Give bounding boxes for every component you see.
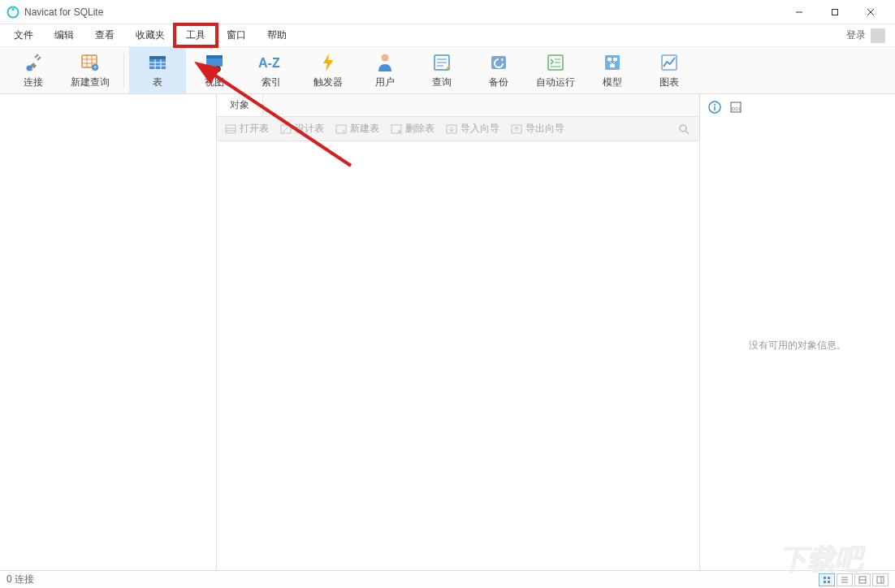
svg-rect-44 [226,125,236,133]
toolbar-model-label: 模型 [603,76,622,89]
action-export-wizard[interactable]: 导出向导 [508,120,568,137]
menu-view[interactable]: 查看 [84,25,125,45]
svg-rect-64 [824,581,826,583]
menu-edit[interactable]: 编辑 [44,25,84,45]
svg-line-56 [685,131,689,134]
object-search[interactable] [678,123,694,135]
svg-rect-38 [607,58,612,61]
view-mode-panel[interactable] [872,573,889,586]
toolbar-trigger[interactable]: 触发器 [300,47,357,93]
svg-point-24 [215,67,220,71]
main-area: 对象 打开表 设计表 + 新建表 删除表 导入向导 [0,94,895,570]
toolbar-trigger-label: 触发器 [313,76,343,89]
toolbar-new-query-label: 新建查询 [71,76,110,89]
action-design-table-label: 设计表 [295,122,324,136]
action-new-table[interactable]: + 新建表 [332,120,383,137]
new-table-icon: + [335,123,347,135]
minimize-button[interactable] [781,0,817,24]
action-import-label: 导入向导 [460,122,499,136]
toolbar-chart[interactable]: 图表 [641,47,698,93]
action-new-table-label: 新建表 [350,122,379,136]
svg-rect-40 [610,64,615,67]
action-open-table[interactable]: 打开表 [222,120,272,137]
plug-icon: + [23,52,44,73]
view-mode-details[interactable] [854,573,871,586]
close-button[interactable] [853,0,889,24]
grid-plus-icon: + [80,52,101,73]
toolbar-chart-label: 图表 [659,76,679,89]
toolbar-connection[interactable]: + 连接 [5,47,62,93]
query-icon [431,52,452,73]
object-toolbar: 打开表 设计表 + 新建表 删除表 导入向导 导出向导 [217,117,699,141]
toolbar-user-label: 用户 [375,76,395,89]
toolbar-autorun[interactable]: 自动运行 [527,47,584,93]
svg-point-1 [12,8,15,11]
avatar-icon [871,28,885,43]
svg-point-55 [680,125,686,132]
svg-text:DDL: DDL [732,106,742,111]
svg-rect-71 [877,577,884,583]
action-design-table[interactable]: 设计表 [277,120,327,137]
center-panel: 对象 打开表 设计表 + 新建表 删除表 导入向导 [217,94,700,570]
info-panel-empty: 没有可用的对象信息。 [700,120,895,570]
toolbar-user[interactable]: 用户 [357,47,413,93]
design-icon [280,123,292,135]
ddl-icon[interactable]: DDL [729,101,742,114]
toolbar-query-label: 查询 [432,76,452,89]
login-label: 登录 [846,28,866,42]
toolbar-view[interactable]: 视图 [186,47,243,93]
view-icon [204,52,225,73]
autorun-icon [545,52,566,73]
object-list-area[interactable] [217,141,699,570]
view-mode-group [819,573,889,586]
model-icon [602,52,623,73]
maximize-button[interactable] [817,0,853,24]
svg-point-23 [209,67,214,71]
svg-rect-16 [149,56,166,59]
svg-text:A-Z: A-Z [258,56,280,70]
svg-text:+: + [31,65,35,73]
svg-rect-39 [613,58,617,61]
toolbar-query[interactable]: 查询 [413,47,470,93]
menu-help[interactable]: 帮助 [257,25,297,45]
toolbar-new-query[interactable]: + 新建查询 [62,47,119,93]
svg-text:+: + [342,128,346,135]
user-icon [376,52,394,73]
toolbar-table-label: 表 [153,76,162,89]
action-delete-table[interactable]: 删除表 [387,120,438,137]
svg-rect-22 [206,55,223,58]
view-mode-list[interactable] [837,573,853,586]
menu-file[interactable]: 文件 [3,25,44,45]
table-small-icon [225,123,236,135]
toolbar-autorun-label: 自动运行 [536,76,575,89]
toolbar-connection-label: 连接 [24,76,43,89]
bolt-icon [320,52,336,73]
svg-rect-65 [828,581,830,583]
svg-rect-37 [605,55,620,70]
action-delete-table-label: 删除表 [405,122,435,136]
connection-tree-panel[interactable] [0,94,217,570]
toolbar-index[interactable]: A-Z 索引 [243,47,300,93]
table-icon [147,52,168,73]
toolbar-model[interactable]: 模型 [584,47,641,93]
info-panel: DDL 没有可用的对象信息。 [700,94,895,570]
toolbar-index-label: 索引 [262,76,281,89]
action-open-table-label: 打开表 [240,122,269,136]
toolbar-table[interactable]: 表 [129,47,186,93]
backup-icon [488,52,509,73]
toolbar-backup[interactable]: 备份 [470,47,527,93]
delete-table-icon [391,123,402,135]
login-area[interactable]: 登录 [846,28,892,43]
az-icon: A-Z [257,52,285,73]
svg-rect-3 [832,9,838,15]
window-title: Navicat for SQLite [24,6,103,18]
toolbar-backup-label: 备份 [489,76,508,89]
action-import-wizard[interactable]: 导入向导 [443,120,503,137]
menu-favorites[interactable]: 收藏夹 [125,25,175,45]
menu-window[interactable]: 窗口 [216,25,257,45]
view-mode-grid[interactable] [819,573,835,586]
object-tab[interactable]: 对象 [217,94,263,116]
info-icon[interactable] [708,101,721,114]
status-connection-count: 0 连接 [6,573,34,586]
menu-tools[interactable]: 工具 [175,25,216,45]
